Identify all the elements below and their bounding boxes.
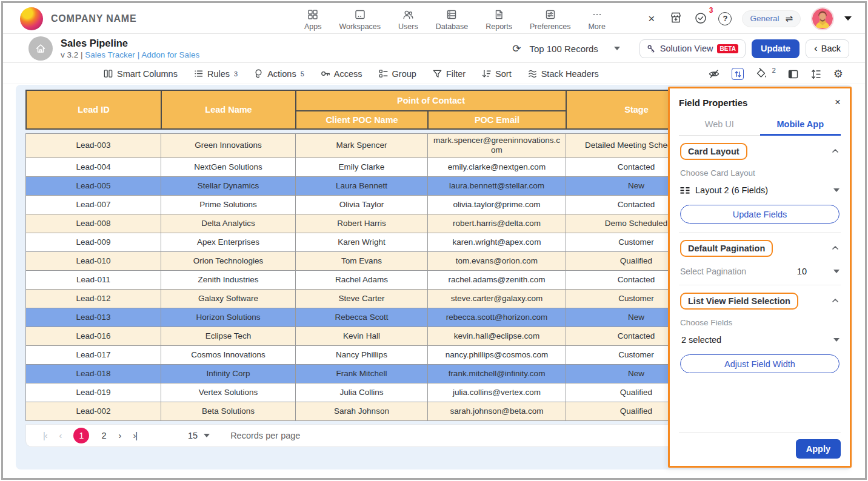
- records-dropdown[interactable]: Top 100 Records: [529, 44, 619, 54]
- table-row[interactable]: Lead-002Beta SolutionsSarah Johnsonsarah…: [26, 402, 707, 420]
- cell-lead-name[interactable]: Orion Technologies: [161, 251, 296, 270]
- next-page-button[interactable]: ›: [119, 431, 121, 440]
- nav-workspaces[interactable]: Workspaces: [339, 8, 381, 31]
- table-row[interactable]: Lead-003Green InnovationsMark Spencermar…: [26, 134, 707, 158]
- solution-view-button[interactable]: Solution View BETA: [639, 39, 746, 58]
- cell-poc-name[interactable]: Laura Bennett: [296, 176, 428, 195]
- list-view-collapse-icon[interactable]: [831, 296, 840, 307]
- link-sales-tracker[interactable]: Sales Tracker: [85, 50, 135, 59]
- table-row[interactable]: Lead-016Eclipse TechKevin Hallkevin.hall…: [26, 327, 707, 345]
- cell-poc-email[interactable]: mark.spencer@greeninnovations.com: [428, 134, 566, 158]
- page-size-dropdown[interactable]: 15: [188, 431, 210, 440]
- apply-button[interactable]: Apply: [796, 439, 841, 459]
- cell-poc-email[interactable]: robert.harris@delta.com: [428, 214, 566, 233]
- tab-web-ui[interactable]: Web UI: [679, 114, 760, 135]
- tab-mobile-app[interactable]: Mobile App: [760, 114, 841, 135]
- cell-poc-email[interactable]: julia.collins@vertex.com: [428, 383, 566, 402]
- cell-poc-name[interactable]: Frank Mitchell: [296, 364, 428, 383]
- card-layout-select[interactable]: Layout 2 (6 Fields): [680, 185, 840, 195]
- settings-gear-icon[interactable]: ⚙: [833, 67, 843, 81]
- update-button[interactable]: Update: [752, 39, 800, 58]
- home-icon[interactable]: [28, 36, 53, 61]
- table-row[interactable]: Lead-012Galaxy SoftwareSteve Cartersteve…: [26, 289, 707, 308]
- nav-apps[interactable]: Apps: [304, 8, 322, 31]
- nav-reports[interactable]: Reports: [486, 8, 512, 31]
- nav-preferences[interactable]: Preferences: [530, 8, 570, 31]
- cell-poc-email[interactable]: sarah.johnson@beta.com: [428, 402, 566, 420]
- cell-lead-id[interactable]: Lead-003: [26, 134, 161, 158]
- cell-lead-id[interactable]: Lead-011: [26, 270, 161, 289]
- table-row[interactable]: Lead-010Orion TechnologiesTom Evanstom.e…: [26, 251, 707, 270]
- cell-poc-name[interactable]: Kevin Hall: [296, 327, 428, 345]
- cell-lead-id[interactable]: Lead-017: [26, 345, 161, 364]
- cell-poc-name[interactable]: Sarah Johnson: [296, 402, 428, 420]
- link-addon-for-sales[interactable]: Addon for Sales: [141, 50, 199, 59]
- cell-lead-id[interactable]: Lead-005: [26, 176, 161, 195]
- col-header-client-poc-name[interactable]: Client POC Name: [296, 111, 428, 129]
- marketplace-icon[interactable]: [669, 10, 683, 27]
- table-row[interactable]: Lead-013Horizon SolutionsRebecca Scottre…: [26, 308, 707, 327]
- cell-lead-id[interactable]: Lead-008: [26, 214, 161, 233]
- cell-lead-name[interactable]: Stellar Dynamics: [161, 176, 296, 195]
- cell-lead-id[interactable]: Lead-012: [26, 289, 161, 308]
- cell-poc-email[interactable]: emily.clarke@nextgen.com: [428, 158, 566, 176]
- reorder-columns-icon[interactable]: [732, 68, 744, 80]
- cell-poc-name[interactable]: Rachel Adams: [296, 270, 428, 289]
- col-header-lead-name[interactable]: Lead Name: [161, 90, 296, 129]
- cell-poc-email[interactable]: nancy.phillips@cosmos.com: [428, 345, 566, 364]
- cell-lead-id[interactable]: Lead-004: [26, 158, 161, 176]
- col-header-lead-id[interactable]: Lead ID: [26, 90, 161, 129]
- cell-poc-email[interactable]: rebecca.scott@horizon.com: [428, 308, 566, 327]
- col-header-point-of-contact[interactable]: Point of Contact: [296, 90, 566, 111]
- refresh-icon[interactable]: ⟳: [512, 42, 521, 55]
- cell-lead-name[interactable]: Vertex Solutions: [161, 383, 296, 402]
- cell-lead-name[interactable]: Horizon Solutions: [161, 308, 296, 327]
- page-2-button[interactable]: 2: [101, 431, 106, 440]
- access-button[interactable]: Access: [320, 68, 362, 79]
- card-layout-collapse-icon[interactable]: [831, 146, 840, 157]
- adjust-field-width-button[interactable]: Adjust Field Width: [680, 354, 840, 373]
- cell-lead-name[interactable]: Delta Analytics: [161, 214, 296, 233]
- table-row[interactable]: Lead-011Zenith IndustriesRachel Adamsrac…: [26, 270, 707, 289]
- table-row[interactable]: Lead-004NextGen SolutionsEmily Clarkeemi…: [26, 158, 707, 176]
- prev-page-button[interactable]: ‹: [59, 431, 62, 440]
- table-row[interactable]: Lead-007Prime SolutionsOlivia Tayloroliv…: [26, 195, 707, 214]
- tasks-icon[interactable]: 3: [693, 10, 708, 27]
- cell-poc-email[interactable]: frank.mitchell@infinity.com: [428, 364, 566, 383]
- cell-lead-name[interactable]: Apex Enterprises: [161, 233, 296, 251]
- table-row[interactable]: Lead-008Delta AnalyticsRobert Harrisrobe…: [26, 214, 707, 233]
- cell-lead-name[interactable]: Beta Solutions: [161, 402, 296, 420]
- stack-headers-button[interactable]: Stack Headers: [527, 68, 599, 79]
- first-page-button[interactable]: |‹: [43, 431, 47, 440]
- cell-lead-name[interactable]: Zenith Industries: [161, 270, 296, 289]
- cell-poc-name[interactable]: Karen Wright: [296, 233, 428, 251]
- cell-poc-email[interactable]: karen.wright@apex.com: [428, 233, 566, 251]
- row-height-icon[interactable]: [810, 68, 822, 80]
- cell-poc-name[interactable]: Steve Carter: [296, 289, 428, 308]
- col-header-poc-email[interactable]: POC Email: [428, 111, 566, 129]
- cell-poc-email[interactable]: laura.bennett@stellar.com: [428, 176, 566, 195]
- nav-database[interactable]: Database: [436, 8, 469, 31]
- cell-lead-id[interactable]: Lead-016: [26, 327, 161, 345]
- rules-button[interactable]: Rules3: [193, 68, 238, 79]
- nav-users[interactable]: Users: [398, 8, 418, 31]
- panel-layout-icon[interactable]: [787, 68, 799, 80]
- sort-button[interactable]: Sort: [481, 68, 512, 79]
- cell-lead-name[interactable]: Cosmos Innovations: [161, 345, 296, 364]
- cell-poc-name[interactable]: Nancy Phillips: [296, 345, 428, 364]
- cell-lead-name[interactable]: Prime Solutions: [161, 195, 296, 214]
- cell-poc-email[interactable]: rachel.adams@zenith.com: [428, 270, 566, 289]
- filter-button[interactable]: Filter: [432, 68, 466, 79]
- table-row[interactable]: Lead-005Stellar DynamicsLaura Bennettlau…: [26, 176, 707, 195]
- cell-lead-id[interactable]: Lead-019: [26, 383, 161, 402]
- select-pagination-row[interactable]: Select Pagination 10: [680, 267, 840, 276]
- table-row[interactable]: Lead-018Infinity CorpFrank Mitchellfrank…: [26, 364, 707, 383]
- help-icon[interactable]: ?: [718, 12, 732, 25]
- cell-lead-name[interactable]: Infinity Corp: [161, 364, 296, 383]
- hide-fields-icon[interactable]: [708, 68, 720, 80]
- nav-more[interactable]: More: [588, 8, 605, 31]
- cell-poc-name[interactable]: Emily Clarke: [296, 158, 428, 176]
- table-row[interactable]: Lead-019Vertex SolutionsJulia Collinsjul…: [26, 383, 707, 402]
- profile-menu-caret[interactable]: [844, 16, 852, 21]
- cell-lead-name[interactable]: Galaxy Software: [161, 289, 296, 308]
